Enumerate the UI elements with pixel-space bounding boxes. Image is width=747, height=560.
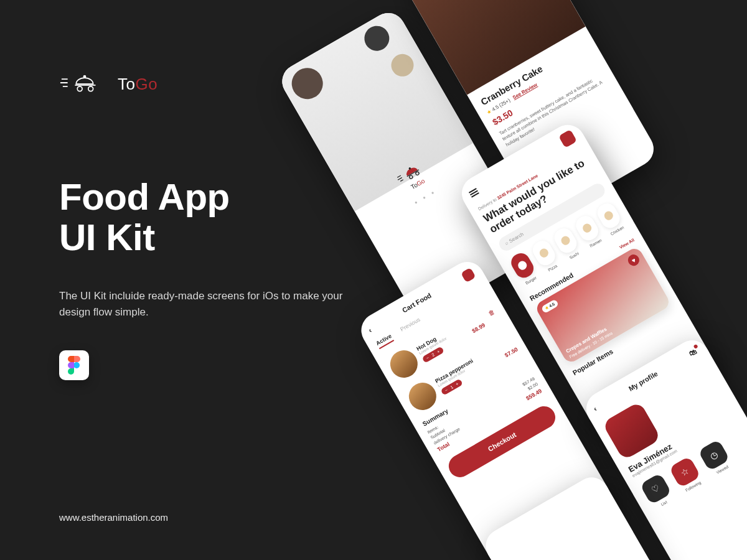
figma-badge [59, 350, 89, 380]
svg-point-0 [83, 76, 85, 78]
brand-wordmark: ToGo [118, 75, 157, 94]
trash-icon[interactable]: 🗑 [486, 307, 497, 319]
menu-icon[interactable] [469, 188, 479, 198]
svg-point-1 [77, 86, 82, 91]
rating-chip: ★ 4.5 [541, 299, 559, 314]
svg-point-3 [73, 362, 80, 368]
cart-icon[interactable]: 🛍 [688, 346, 700, 358]
website-url: www.estheranimation.com [59, 512, 168, 523]
view-all-link[interactable]: View All [618, 238, 634, 250]
back-icon[interactable]: ‹ [367, 326, 374, 337]
svg-point-2 [88, 86, 93, 91]
profile-title: My profile [627, 370, 659, 392]
favorite-icon[interactable]: ♥ [626, 253, 642, 268]
cloche-cart-icon [59, 72, 108, 96]
svg-point-4 [409, 167, 411, 169]
avatar[interactable] [558, 129, 577, 148]
back-icon[interactable]: ‹ [592, 404, 598, 413]
